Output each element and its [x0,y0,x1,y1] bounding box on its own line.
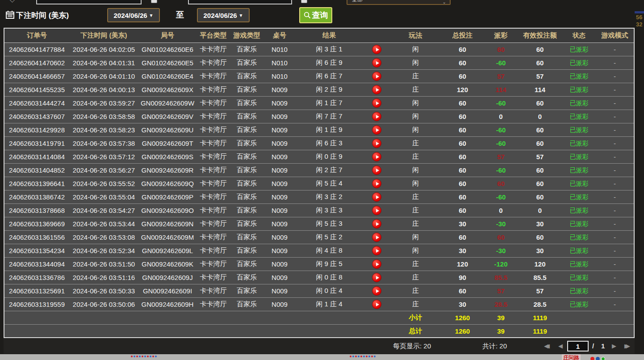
subtotal-row: 小计1260391119 [4,311,634,325]
play-replay-button[interactable] [372,179,381,188]
cell-valid-bet: 有效投注额 [518,31,562,40]
cell-platform: 卡卡湾厅 [197,72,230,80]
cell-game-no: 局号 [138,31,197,40]
play-replay-button[interactable] [372,300,381,309]
cell-status: 已派彩 [562,233,596,241]
play-replay-button[interactable] [372,98,381,108]
cell-table-no: N010 [263,59,296,67]
play-replay-button[interactable] [372,139,381,148]
roadmap-dots [130,355,158,358]
cell-status: 已派彩 [562,180,596,188]
cell-table-no: N009 [263,126,296,134]
play-replay-button[interactable] [372,125,381,135]
cell-valid-bet: 30 [518,220,562,228]
cell-replay [363,98,390,108]
date-from-select[interactable]: 2024/06/26 ▼ [107,8,160,22]
play-replay-button[interactable] [372,206,381,215]
play-replay-button[interactable] [372,85,381,94]
cell-game-no: GN0092462609R [138,166,197,174]
cell-play-side: 庄 [390,206,441,215]
play-replay-button[interactable] [372,72,381,81]
page-number-input[interactable] [567,341,589,352]
top-filter-dropdown[interactable]: 全部 ⌄ [347,0,451,5]
total-count-label: 共计: 20 [482,342,507,351]
cell-order-no: 240626031396641 [4,180,69,187]
top-input-2[interactable] [188,0,292,4]
cell-game-no: GN0092462609M [138,233,197,241]
cell-replay [363,233,390,242]
play-replay-button[interactable] [372,58,381,68]
cell-game-type: 百家乐 [230,126,263,134]
cell-payout: 60 [484,46,518,53]
cell-total-bet: 60 [441,113,484,120]
table-row: 2406260314376072024-06-26 03:58:58GN0092… [4,110,634,123]
cell-game-mode: - [596,99,634,107]
last-page-button[interactable]: ▶▶ [624,343,630,349]
cell-game-type: 百家乐 [230,246,263,255]
cell-play-side: 闲 [390,99,441,107]
cell-valid-bet: 30 [518,247,562,254]
cell-platform: 卡卡湾厅 [197,193,230,201]
table-header-row: 订单号下注时间 (美东)局号平台类型游戏类型桌号结果玩法总投注派彩有效投注额状态… [4,29,634,43]
next-page-button[interactable]: ▶ [612,343,616,349]
input-calendar-icon-1[interactable] [151,0,157,3]
cell-play-side: 玩法 [390,31,441,40]
cell-play-side: 闲 [390,233,441,241]
cell-valid-bet: 60 [518,99,562,107]
play-replay-button[interactable] [372,273,381,282]
play-replay-button[interactable] [372,233,381,242]
cell-bet-time: 2024-06-26 03:57:38 [69,140,138,147]
cell-order-no: 240626041455235 [4,86,69,93]
cell-game-no: GN010246260E5 [138,59,197,67]
input-calendar-icon-2[interactable] [301,0,307,3]
prev-page-button[interactable]: ◀ [558,343,563,349]
cell-table-no: N010 [263,46,296,53]
cell-table-no: N009 [263,86,296,93]
cell-game-type: 百家乐 [230,152,263,161]
play-replay-button[interactable] [372,192,381,202]
cell-status: 已派彩 [562,193,596,201]
cell-result: 闲 6 庄 7 [296,72,363,80]
date-to-select[interactable]: 2024/06/26 ▼ [197,8,250,22]
cell-game-type: 百家乐 [230,45,263,54]
cell-play-side: 总计 [390,327,441,335]
cell-result: 闲 0 庄 8 [296,273,363,282]
search-icon [304,12,311,19]
cell-game-mode: - [596,220,634,228]
cell-bet-time: 2024-06-26 04:00:13 [69,86,138,93]
play-replay-button[interactable] [372,219,381,229]
cell-table-no: N009 [263,220,296,228]
cell-game-type: 百家乐 [230,112,263,121]
cell-game-no: GN0092462609Q [138,180,197,187]
cell-result: 闲 7 庄 7 [296,112,363,121]
cell-payout: 28.5 [484,301,518,308]
cell-total-bet: 60 [441,59,484,67]
play-replay-button[interactable] [372,259,381,269]
cell-table-no: N009 [263,247,296,254]
cell-valid-bet: 28.5 [518,301,562,308]
play-replay-button[interactable] [372,286,381,296]
query-button[interactable]: 查询 [299,7,332,23]
cell-total-bet: 60 [441,166,484,174]
cell-play-side: 庄 [390,273,441,282]
play-replay-button[interactable] [372,246,381,255]
cell-status: 已派彩 [562,86,596,94]
first-page-button[interactable]: ◀◀ [544,343,550,349]
cell-order-no: 240626031325691 [4,287,69,295]
cell-play-side: 庄 [390,72,441,80]
cell-status: 已派彩 [562,301,596,309]
play-replay-button[interactable] [372,112,381,121]
cell-bet-time: 下注时间 (美东) [69,31,138,40]
play-replay-button[interactable] [372,152,381,161]
cell-game-type: 百家乐 [230,99,263,107]
play-replay-button[interactable] [372,165,381,175]
top-input-1[interactable] [36,0,142,4]
cell-game-no: GN0092462609I [138,287,197,295]
table-row: 2406260314048522024-06-26 03:56:27GN0092… [4,164,634,177]
cell-game-mode: - [596,166,634,174]
cell-result: 闲 0 庄 9 [296,152,363,161]
cell-valid-bet: 0 [518,207,562,214]
cell-play-side: 庄 [390,220,441,228]
play-replay-button[interactable] [372,45,381,54]
cell-game-mode: - [596,301,634,308]
